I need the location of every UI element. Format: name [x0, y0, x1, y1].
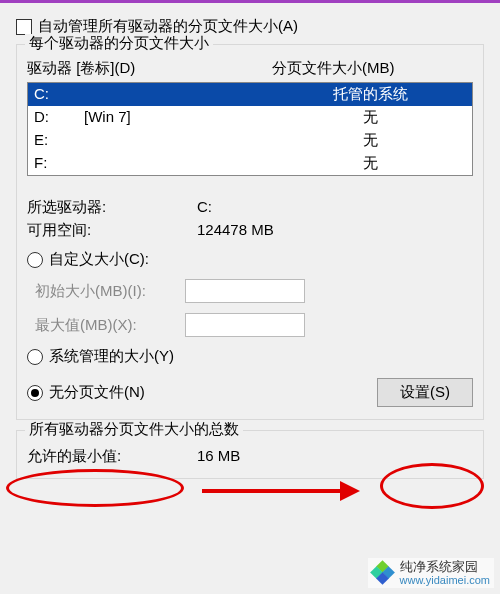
selected-drive-value: C:: [197, 198, 473, 217]
max-size-label: 最大值(MB)(X):: [35, 316, 185, 335]
initial-size-input[interactable]: [185, 279, 305, 303]
set-button[interactable]: 设置(S): [377, 378, 473, 407]
drive-label: [84, 154, 274, 173]
watermark-text-1: 纯净系统家园: [400, 560, 490, 574]
min-allowed-value: 16 MB: [197, 447, 473, 466]
watermark: 纯净系统家园 www.yidaimei.com: [368, 558, 494, 588]
radio-custom-size-row: 自定义大小(C):: [27, 250, 473, 269]
free-space-value: 124478 MB: [197, 221, 473, 240]
watermark-logo-icon: [372, 562, 394, 584]
drive-pf: 无: [274, 108, 466, 127]
max-size-row: 最大值(MB)(X):: [35, 313, 473, 337]
drive-pf: 无: [274, 131, 466, 150]
initial-size-row: 初始大小(MB)(I):: [35, 279, 473, 303]
max-size-input[interactable]: [185, 313, 305, 337]
drive-label: [84, 85, 274, 104]
drive-letter: F:: [34, 154, 84, 173]
drive-letter: D:: [34, 108, 84, 127]
header-drive: 驱动器 [卷标](D): [27, 59, 272, 78]
radio-system-managed[interactable]: [27, 349, 43, 365]
drive-row[interactable]: D: [Win 7] 无: [28, 106, 472, 129]
radio-no-paging-row: 无分页文件(N): [27, 383, 145, 402]
drive-row[interactable]: E: 无: [28, 129, 472, 152]
totals-group: 所有驱动器分页文件大小的总数 允许的最小值: 16 MB: [16, 430, 484, 479]
watermark-text-2: www.yidaimei.com: [400, 574, 490, 586]
annotation-arrow: [202, 481, 362, 501]
selected-drive-row: 所选驱动器: C:: [27, 198, 473, 217]
drive-list[interactable]: C: 托管的系统 D: [Win 7] 无 E: 无 F: 无: [27, 82, 473, 176]
drive-letter: C:: [34, 85, 84, 104]
free-space-row: 可用空间: 124478 MB: [27, 221, 473, 240]
header-paging-size: 分页文件大小(MB): [272, 59, 473, 78]
radio-no-paging-label: 无分页文件(N): [49, 383, 145, 402]
drive-table-header: 驱动器 [卷标](D) 分页文件大小(MB): [27, 59, 473, 78]
drive-row[interactable]: C: 托管的系统: [28, 83, 472, 106]
drive-label: [84, 131, 274, 150]
drive-row[interactable]: F: 无: [28, 152, 472, 175]
radio-system-managed-label: 系统管理的大小(Y): [49, 347, 174, 366]
drive-pf: 无: [274, 154, 466, 173]
radio-system-managed-row: 系统管理的大小(Y): [27, 347, 473, 366]
drive-label: [Win 7]: [84, 108, 274, 127]
totals-group-title: 所有驱动器分页文件大小的总数: [25, 420, 243, 439]
drive-letter: E:: [34, 131, 84, 150]
radio-custom-size[interactable]: [27, 252, 43, 268]
min-allowed-row: 允许的最小值: 16 MB: [27, 447, 473, 466]
min-allowed-label: 允许的最小值:: [27, 447, 197, 466]
drive-pf: 托管的系统: [274, 85, 466, 104]
initial-size-label: 初始大小(MB)(I):: [35, 282, 185, 301]
radio-no-paging[interactable]: [27, 385, 43, 401]
selected-drive-label: 所选驱动器:: [27, 198, 197, 217]
per-drive-group: 每个驱动器的分页文件大小 驱动器 [卷标](D) 分页文件大小(MB) C: 托…: [16, 44, 484, 420]
auto-manage-checkbox[interactable]: [16, 19, 32, 35]
free-space-label: 可用空间:: [27, 221, 197, 240]
per-drive-group-title: 每个驱动器的分页文件大小: [25, 34, 213, 53]
radio-custom-size-label: 自定义大小(C):: [49, 250, 149, 269]
